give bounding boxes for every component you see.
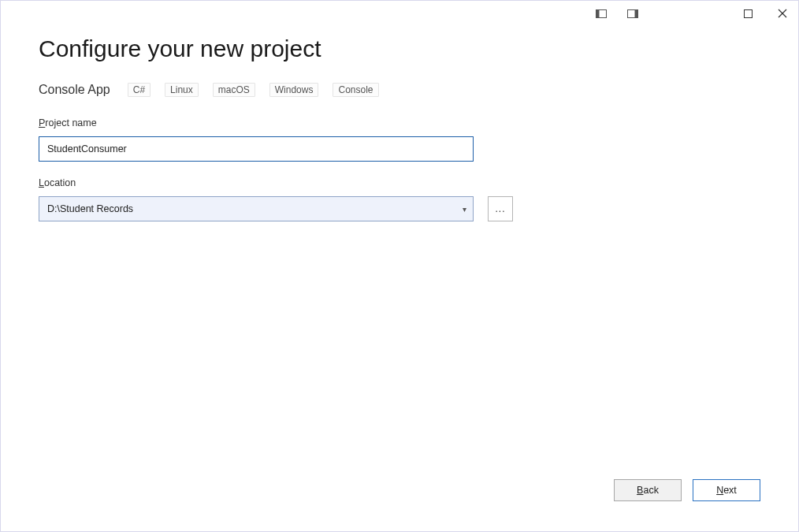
svg-rect-3 [635, 9, 638, 17]
maximize-icon[interactable] [740, 6, 756, 21]
next-button[interactable]: Next [693, 479, 760, 501]
content-area: Configure your new project Console App C… [39, 35, 760, 221]
dock-right-icon[interactable] [626, 7, 639, 20]
browse-button[interactable]: ... [488, 196, 513, 221]
close-icon[interactable] [775, 6, 790, 21]
page-title: Configure your new project [39, 35, 760, 62]
tag: Console [333, 83, 378, 97]
location-combo[interactable]: D:\Student Records ▾ [39, 196, 474, 221]
project-name-label: Project name [39, 117, 760, 128]
tag: macOS [213, 83, 255, 97]
chevron-down-icon: ▾ [463, 205, 466, 214]
tag: C# [128, 83, 151, 97]
project-name-input[interactable] [39, 136, 474, 162]
svg-rect-4 [744, 9, 752, 17]
svg-rect-1 [596, 9, 600, 17]
footer: Back Next [614, 479, 760, 501]
template-name: Console App [39, 83, 110, 97]
titlebar [595, 6, 790, 21]
tag: Windows [269, 83, 319, 97]
subtitle-row: Console App C# Linux macOS Windows Conso… [39, 83, 760, 97]
back-button[interactable]: Back [614, 479, 682, 501]
dock-left-icon[interactable] [595, 7, 608, 20]
tag: Linux [165, 83, 199, 97]
location-value: D:\Student Records [47, 203, 133, 214]
location-label: Location [39, 177, 760, 188]
